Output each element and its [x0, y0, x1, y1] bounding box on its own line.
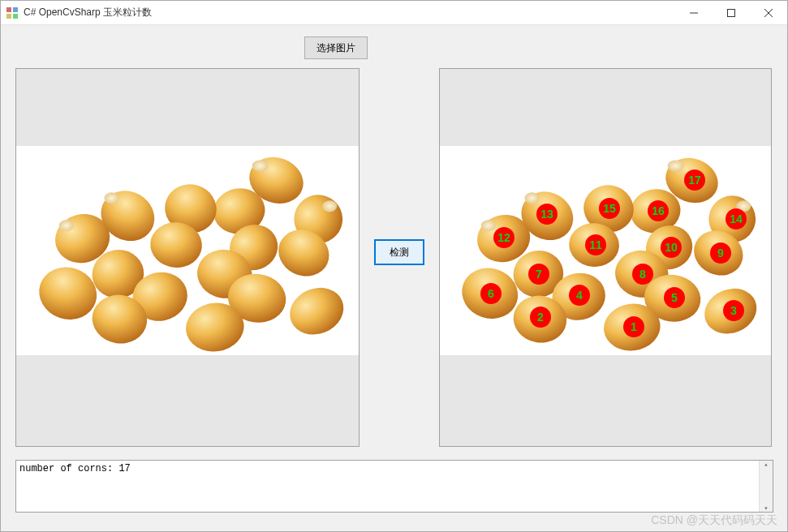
count-marker: 6 — [480, 283, 502, 304]
count-marker: 15 — [599, 198, 620, 219]
panel-letterbox-top — [440, 69, 771, 146]
svg-point-47 — [481, 220, 496, 231]
svg-point-46 — [668, 161, 684, 172]
result-image: 1234567891011121314151617 — [440, 146, 771, 355]
scrollbar[interactable]: ▴ ▾ — [759, 461, 773, 512]
watermark: CSDN @天天代码码天天 — [651, 513, 777, 528]
minimize-button[interactable] — [675, 1, 713, 24]
panel-letterbox-bottom — [440, 355, 771, 446]
count-marker: 16 — [648, 200, 669, 221]
select-image-button[interactable]: 选择图片 — [304, 36, 368, 59]
app-icon — [6, 6, 19, 19]
svg-rect-0 — [6, 7, 11, 12]
count-marker: 1 — [623, 316, 644, 337]
svg-point-26 — [59, 220, 74, 231]
svg-point-28 — [104, 192, 118, 204]
output-textbox[interactable]: number of corns: 17 ▴ ▾ — [15, 460, 773, 513]
svg-rect-1 — [13, 7, 18, 12]
maximize-button[interactable] — [713, 1, 750, 24]
svg-point-49 — [524, 192, 539, 204]
detect-button[interactable]: 检测 — [374, 239, 424, 265]
panel-letterbox-bottom — [16, 355, 359, 446]
svg-point-22 — [282, 280, 351, 342]
window-controls — [675, 1, 787, 24]
close-button[interactable] — [750, 1, 787, 24]
client-area: 选择图片 — [1, 25, 787, 531]
count-marker: 10 — [661, 237, 682, 258]
count-marker: 2 — [530, 307, 551, 328]
svg-point-27 — [322, 200, 337, 212]
count-marker: 5 — [664, 287, 685, 308]
count-marker: 12 — [493, 227, 515, 248]
count-marker: 9 — [710, 242, 731, 264]
original-image — [16, 146, 359, 355]
scroll-down-icon[interactable]: ▾ — [764, 504, 769, 512]
window-title: C# OpenCvSharp 玉米粒计数 — [24, 6, 152, 19]
svg-rect-5 — [728, 9, 735, 16]
count-marker: 17 — [684, 169, 705, 191]
panel-letterbox-top — [16, 69, 359, 146]
svg-point-25 — [252, 161, 269, 172]
count-marker: 7 — [528, 264, 549, 285]
count-marker: 4 — [569, 285, 590, 306]
result-image-panel: 1234567891011121314151617 — [439, 68, 772, 447]
app-window: C# OpenCvSharp 玉米粒计数 选择图片 — [0, 0, 788, 532]
original-image-panel — [15, 68, 360, 447]
scroll-up-icon[interactable]: ▴ — [764, 461, 769, 468]
count-marker: 8 — [632, 264, 653, 285]
svg-rect-3 — [13, 14, 18, 19]
count-marker: 14 — [726, 208, 747, 230]
titlebar-left: C# OpenCvSharp 玉米粒计数 — [6, 6, 152, 19]
svg-rect-2 — [6, 14, 11, 19]
output-text: number of corns: 17 — [19, 463, 131, 474]
count-marker: 11 — [585, 234, 606, 255]
titlebar: C# OpenCvSharp 玉米粒计数 — [1, 1, 787, 25]
count-marker: 3 — [723, 300, 744, 321]
count-marker: 13 — [536, 204, 558, 225]
